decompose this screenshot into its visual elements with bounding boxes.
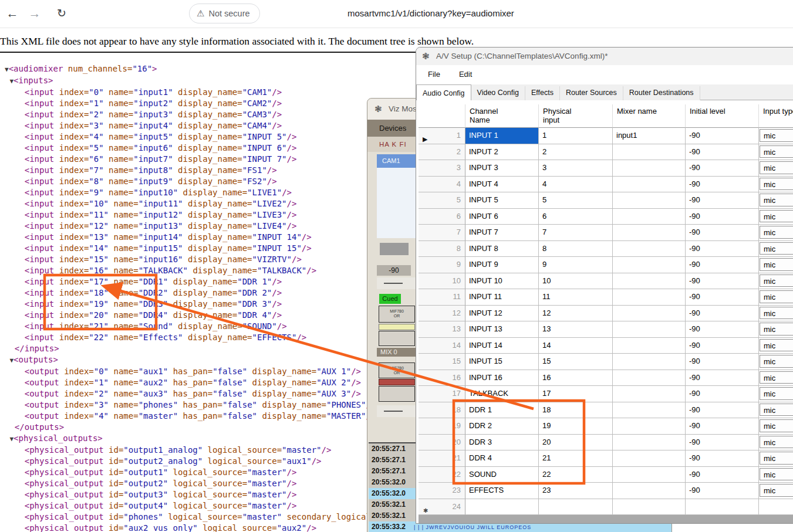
cell-initial-level[interactable]: -90 (686, 435, 759, 451)
cell-initial-level[interactable]: -90 (686, 402, 759, 419)
address-url[interactable]: mosartvmc1/v1/dictionary?key=audiomixer (347, 8, 514, 18)
cell-mixer-name[interactable] (613, 321, 686, 338)
cell-input-type[interactable]: mic (759, 418, 793, 435)
tab-router-sources[interactable]: Router Sources (560, 86, 623, 100)
cell-mixer-name[interactable] (613, 306, 686, 322)
row-header[interactable]: 15 (419, 354, 465, 370)
cell-initial-level[interactable]: -90 (686, 418, 759, 435)
cell-mixer-name[interactable] (613, 386, 686, 402)
cell-channel-name[interactable]: TALKBACK (465, 386, 539, 402)
mix-slider[interactable] (377, 405, 418, 417)
row-header[interactable]: 2 (419, 144, 465, 161)
cell-mixer-name[interactable] (613, 144, 686, 161)
cell-channel-name[interactable]: INPUT 11 (465, 289, 539, 306)
cell-initial-level[interactable]: -90 (686, 177, 759, 193)
cell-input-type[interactable]: mic (759, 209, 793, 225)
cell-channel-name[interactable]: INPUT 6 (465, 209, 539, 225)
row-header[interactable]: 7 (419, 225, 465, 241)
cell-channel-name[interactable]: EFFECTS (465, 483, 539, 499)
cell-input-type[interactable]: mic (759, 435, 793, 451)
cell-mixer-name[interactable] (613, 499, 686, 516)
cell-physical-input[interactable]: 4 (539, 177, 613, 193)
cell-channel-name[interactable]: INPUT 9 (465, 257, 539, 273)
cell-channel-name[interactable]: INPUT 15 (465, 354, 539, 370)
cell-input-type[interactable]: mic (759, 192, 793, 209)
cell-channel-name[interactable]: INPUT 4 (465, 177, 539, 193)
cell-channel-name[interactable]: INPUT 3 (465, 160, 539, 177)
cell-channel-name[interactable]: INPUT 10 (465, 273, 539, 290)
cell-channel-name[interactable]: INPUT 1 (465, 128, 539, 144)
cell-mixer-name[interactable] (613, 402, 686, 419)
cell-input-type[interactable]: mic (759, 273, 793, 290)
cell-physical-input[interactable]: 8 (539, 241, 613, 257)
cell-mixer-name[interactable] (613, 354, 686, 370)
row-header[interactable]: 17 (419, 386, 465, 402)
cell-channel-name[interactable]: DDR 1 (465, 402, 539, 419)
cell-initial-level[interactable] (686, 499, 759, 516)
clip-slot-2[interactable]: MIF780 OR (379, 362, 415, 378)
cell-input-type[interactable]: mic (759, 354, 793, 370)
cell-channel-name[interactable] (465, 499, 539, 516)
cell-channel-name[interactable]: INPUT 8 (465, 241, 539, 257)
menu-file[interactable]: File (421, 65, 447, 79)
cell-channel-name[interactable]: INPUT 13 (465, 321, 539, 338)
row-header[interactable]: 14 (419, 338, 465, 354)
cell-physical-input[interactable]: 6 (539, 209, 613, 225)
cell-mixer-name[interactable] (613, 370, 686, 387)
cell-input-type[interactable]: mic (759, 241, 793, 257)
cell-input-type[interactable]: mic (759, 289, 793, 306)
row-header[interactable]: 11 (419, 289, 465, 306)
cell-mixer-name[interactable] (613, 483, 686, 499)
row-header[interactable]: 21 (419, 450, 465, 467)
cell-mixer-name[interactable] (613, 273, 686, 290)
cell-input-type[interactable]: mic (759, 177, 793, 193)
cell-channel-name[interactable]: DDR 4 (465, 450, 539, 467)
cell-physical-input[interactable]: 19 (539, 418, 613, 435)
row-header[interactable]: 3 (419, 160, 465, 177)
collapse-toggle-icon[interactable]: ▼ (5, 66, 9, 73)
cell-initial-level[interactable]: -90 (686, 289, 759, 306)
cell-initial-level[interactable]: -90 (686, 257, 759, 273)
cell-initial-level[interactable]: -90 (686, 321, 759, 338)
row-header[interactable]: 10 (419, 273, 465, 290)
cell-initial-level[interactable]: -90 (686, 338, 759, 354)
cell-input-type[interactable]: mic (759, 257, 793, 273)
cell-channel-name[interactable]: DDR 3 (465, 435, 539, 451)
fader-thumb[interactable] (380, 243, 409, 255)
cell-initial-level[interactable]: -90 (686, 354, 759, 370)
cell-mixer-name[interactable] (613, 418, 686, 435)
cell-initial-level[interactable]: -90 (686, 273, 759, 290)
cell-mixer-name[interactable]: input1 (613, 128, 686, 144)
cell-physical-input[interactable]: 1 (539, 128, 613, 144)
cell-initial-level[interactable]: -90 (686, 209, 759, 225)
cell-initial-level[interactable]: -90 (686, 128, 759, 144)
row-header[interactable]: 6 (419, 209, 465, 225)
cell-input-type[interactable]: mic (759, 450, 793, 467)
row-header[interactable]: 19 (419, 418, 465, 435)
cell-physical-input[interactable]: 23 (539, 483, 613, 499)
cell-input-type[interactable]: mic (759, 306, 793, 322)
column-header-channel-name[interactable]: Channel Name (465, 104, 539, 128)
cell-mixer-name[interactable] (613, 289, 686, 306)
cell-channel-name[interactable]: INPUT 16 (465, 370, 539, 387)
cell-input-type[interactable]: mic (759, 386, 793, 402)
cell-input-type[interactable]: mic (759, 338, 793, 354)
cell-mixer-name[interactable] (613, 160, 686, 177)
tab-video-config[interactable]: Video Config (471, 86, 525, 100)
reload-icon[interactable]: ↻ (53, 5, 70, 22)
cell-input-type[interactable]: mic (759, 483, 793, 499)
cell-initial-level[interactable]: -90 (686, 483, 759, 499)
cell-input-type[interactable]: mic (759, 321, 793, 338)
cell-channel-name[interactable]: INPUT 2 (465, 144, 539, 161)
cell-channel-name[interactable]: INPUT 7 (465, 225, 539, 241)
av-titlebar[interactable]: ❃ A/V Setup (C:\ChannelTemplates\AVConfi… (416, 48, 793, 65)
cell-channel-name[interactable]: INPUT 5 (465, 192, 539, 209)
cell-input-type[interactable]: mic (759, 144, 793, 161)
row-header[interactable]: 20 (419, 435, 465, 451)
cell-mixer-name[interactable] (613, 338, 686, 354)
back-icon[interactable]: ← (4, 5, 21, 22)
row-header[interactable]: 8 (419, 241, 465, 257)
cell-initial-level[interactable]: -90 (686, 370, 759, 387)
cell-mixer-name[interactable] (613, 177, 686, 193)
cell-mixer-name[interactable] (613, 257, 686, 273)
